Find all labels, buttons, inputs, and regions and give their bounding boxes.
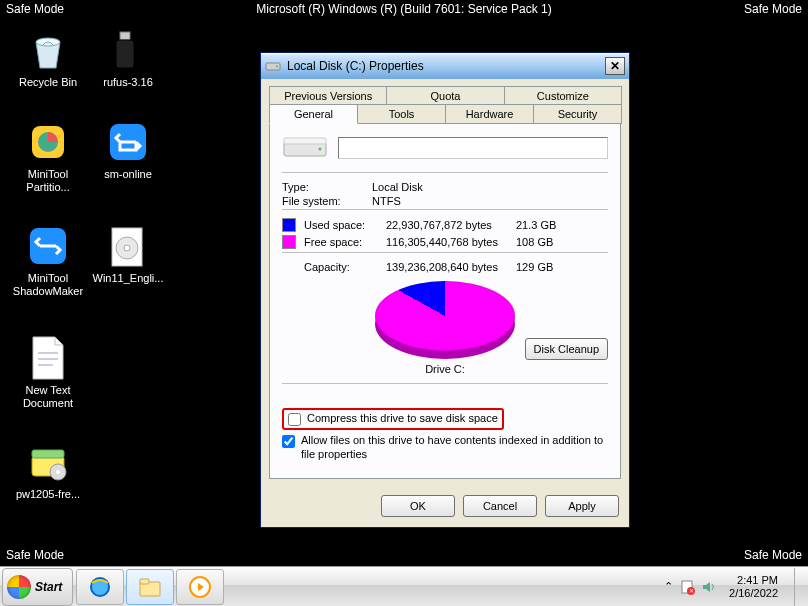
- drive-icon: [265, 58, 281, 74]
- text-file-icon: [24, 334, 72, 382]
- dialog-titlebar[interactable]: Local Disk (C:) Properties ✕: [261, 53, 629, 79]
- used-space-label: Used space:: [304, 219, 386, 231]
- properties-dialog: Local Disk (C:) Properties ✕ Previous Ve…: [260, 52, 630, 528]
- svg-rect-20: [284, 138, 326, 144]
- desktop-icon-label: pw1205-fre...: [10, 488, 86, 501]
- free-space-gb: 108 GB: [516, 236, 608, 248]
- ok-button[interactable]: OK: [381, 495, 455, 517]
- safe-mode-label-bl: Safe Mode: [6, 548, 64, 562]
- taskbar: Start ⌃ ✕ 2:41 PM 2/16/2022: [0, 566, 808, 606]
- type-label: Type:: [282, 181, 372, 193]
- recycle-bin-icon: [24, 26, 72, 74]
- desktop-icon-label: rufus-3.16: [90, 76, 166, 89]
- desktop-icon-label: MiniTool Partitio...: [10, 168, 86, 193]
- tab-general[interactable]: General: [269, 104, 358, 124]
- start-button[interactable]: Start: [2, 568, 73, 606]
- compress-checkbox[interactable]: [288, 413, 301, 426]
- windows-build-label: Microsoft (R) Windows (R) (Build 7601: S…: [256, 2, 551, 16]
- tab-quota[interactable]: Quota: [386, 86, 504, 105]
- internet-explorer-icon: [88, 575, 112, 599]
- desktop-icon-label: sm-online: [90, 168, 166, 181]
- tab-security[interactable]: Security: [533, 104, 622, 124]
- desktop-icon-label: MiniTool ShadowMaker: [10, 272, 86, 297]
- index-label: Allow files on this drive to have conten…: [301, 434, 608, 462]
- apply-button[interactable]: Apply: [545, 495, 619, 517]
- taskbar-ie[interactable]: [76, 569, 124, 605]
- svg-point-18: [276, 66, 278, 68]
- taskbar-media-player[interactable]: [176, 569, 224, 605]
- media-player-icon: [188, 575, 212, 599]
- disk-cleanup-button[interactable]: Disk Cleanup: [525, 338, 608, 360]
- svg-point-21: [319, 148, 322, 151]
- volume-label-input[interactable]: [338, 137, 608, 159]
- desktop-icon-win11-english[interactable]: Win11_Engli...: [90, 222, 166, 285]
- shadowmaker-icon: [24, 222, 72, 270]
- capacity-bytes: 139,236,208,640 bytes: [386, 261, 516, 273]
- safe-mode-label-tl: Safe Mode: [6, 2, 64, 16]
- divider: [282, 252, 608, 253]
- taskbar-explorer[interactable]: [126, 569, 174, 605]
- dialog-title: Local Disk (C:) Properties: [287, 59, 605, 73]
- desktop-icon-sm-online[interactable]: sm-online: [90, 118, 166, 181]
- type-value: Local Disk: [372, 181, 423, 193]
- index-checkbox[interactable]: [282, 435, 295, 448]
- show-desktop-button[interactable]: [794, 568, 802, 606]
- tab-panel-general: Type:Local Disk File system:NTFS Used sp…: [269, 123, 621, 479]
- divider: [282, 383, 608, 384]
- svg-point-9: [124, 245, 130, 251]
- compress-highlight: Compress this drive to save disk space: [282, 408, 504, 430]
- clock-date: 2/16/2022: [729, 587, 778, 600]
- desktop-icon-label: Win11_Engli...: [90, 272, 166, 285]
- usb-drive-icon: [104, 26, 152, 74]
- cancel-button[interactable]: Cancel: [463, 495, 537, 517]
- system-tray: ⌃ ✕ 2:41 PM 2/16/2022: [658, 567, 808, 606]
- desktop-icon-minitool-shadowmaker[interactable]: MiniTool ShadowMaker: [10, 222, 86, 297]
- divider: [282, 172, 608, 173]
- divider: [282, 209, 608, 210]
- desktop-icon-minitool-partition[interactable]: MiniTool Partitio...: [10, 118, 86, 193]
- volume-icon[interactable]: [701, 579, 717, 595]
- tab-tools[interactable]: Tools: [357, 104, 446, 124]
- safe-mode-label-tr: Safe Mode: [744, 2, 802, 16]
- start-label: Start: [35, 580, 62, 594]
- partition-wizard-icon: [24, 118, 72, 166]
- taskbar-clock[interactable]: 2:41 PM 2/16/2022: [725, 574, 782, 599]
- desktop-icon-pw1205[interactable]: pw1205-fre...: [10, 438, 86, 501]
- svg-marker-30: [703, 582, 710, 592]
- tab-hardware[interactable]: Hardware: [445, 104, 534, 124]
- desktop-icon-recycle-bin[interactable]: Recycle Bin: [10, 26, 86, 89]
- svg-rect-1: [120, 32, 130, 40]
- used-space-bytes: 22,930,767,872 bytes: [386, 219, 516, 231]
- windows-orb-icon: [7, 575, 31, 599]
- capacity-gb: 129 GB: [516, 261, 608, 273]
- filesystem-label: File system:: [282, 195, 372, 207]
- svg-rect-2: [116, 40, 134, 68]
- desktop-icon-label: New Text Document: [10, 384, 86, 409]
- installer-icon: [24, 438, 72, 486]
- compress-label: Compress this drive to save disk space: [307, 412, 498, 426]
- free-color-swatch: [282, 235, 296, 249]
- tray-chevron-icon[interactable]: ⌃: [664, 580, 673, 593]
- capacity-label: Capacity:: [304, 261, 386, 273]
- safe-mode-label-br: Safe Mode: [744, 548, 802, 562]
- svg-point-16: [56, 470, 60, 474]
- close-button[interactable]: ✕: [605, 57, 625, 75]
- svg-text:✕: ✕: [689, 588, 694, 594]
- drive-caption: Drive C:: [425, 363, 465, 375]
- iso-disc-icon: [104, 222, 152, 270]
- drive-large-icon: [282, 134, 328, 162]
- desktop-icon-rufus[interactable]: rufus-3.16: [90, 26, 166, 89]
- clock-time: 2:41 PM: [729, 574, 778, 587]
- free-space-label: Free space:: [304, 236, 386, 248]
- dialog-button-row: OK Cancel Apply: [261, 487, 629, 527]
- filesystem-value: NTFS: [372, 195, 401, 207]
- tab-previous-versions[interactable]: Previous Versions: [269, 86, 387, 105]
- free-space-bytes: 116,305,440,768 bytes: [386, 236, 516, 248]
- sm-online-icon: [104, 118, 152, 166]
- desktop-icon-new-text-document[interactable]: New Text Document: [10, 334, 86, 409]
- used-space-gb: 21.3 GB: [516, 219, 608, 231]
- tab-customize[interactable]: Customize: [504, 86, 622, 105]
- disk-usage-pie: Drive C:: [282, 281, 608, 375]
- action-center-icon[interactable]: ✕: [679, 579, 695, 595]
- used-color-swatch: [282, 218, 296, 232]
